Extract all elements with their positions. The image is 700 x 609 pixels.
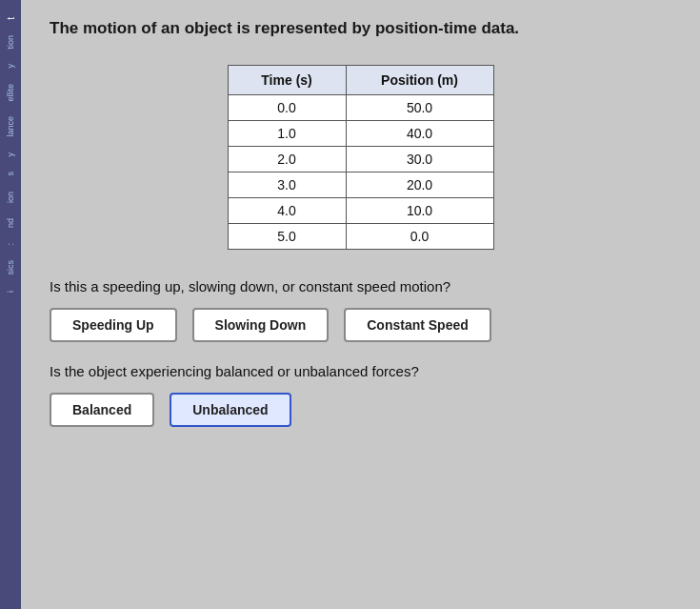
sidebar-item-y2[interactable]: y	[6, 152, 15, 157]
question1-buttons: Speeding Up Slowing Down Constant Speed	[50, 308, 671, 342]
question2-text: Is the object experiencing balanced or u…	[50, 363, 671, 379]
time-cell: 4.0	[228, 198, 346, 224]
data-table-container: Time (s) Position (m) 0.050.01.040.02.03…	[50, 65, 671, 250]
time-cell: 5.0	[228, 224, 346, 250]
sidebar-item-nd[interactable]: nd	[6, 218, 15, 228]
position-time-table: Time (s) Position (m) 0.050.01.040.02.03…	[228, 65, 494, 250]
position-cell: 10.0	[346, 198, 493, 224]
balanced-button[interactable]: Balanced	[50, 393, 154, 427]
sidebar-top-label: t	[6, 17, 16, 20]
table-row: 5.00.0	[228, 224, 493, 250]
sidebar-item-s[interactable]: s	[6, 172, 15, 176]
sidebar-item-colon: :	[6, 243, 15, 246]
unbalanced-button[interactable]: Unbalanced	[170, 393, 290, 427]
table-row: 4.010.0	[228, 198, 493, 224]
sidebar: t tion y ellite lance y s ion nd : sics …	[0, 0, 21, 609]
page-title: The motion of an object is represented b…	[50, 19, 671, 38]
position-cell: 30.0	[346, 147, 493, 173]
sidebar-item-i: i	[6, 291, 15, 293]
sidebar-item-tion[interactable]: tion	[6, 35, 15, 50]
time-cell: 1.0	[228, 121, 346, 147]
question1-section: Is this a speeding up, slowing down, or …	[50, 274, 671, 342]
col-header-position: Position (m)	[346, 66, 493, 95]
time-cell: 3.0	[228, 173, 346, 198]
main-content: The motion of an object is represented b…	[21, 0, 700, 609]
position-cell: 40.0	[346, 121, 493, 147]
sidebar-item-ion[interactable]: ion	[6, 192, 15, 203]
position-cell: 0.0	[346, 224, 493, 250]
table-row: 0.050.0	[228, 95, 493, 121]
sidebar-item-lance[interactable]: lance	[6, 116, 15, 137]
position-cell: 20.0	[346, 173, 493, 198]
table-row: 2.030.0	[228, 147, 493, 173]
speeding-up-button[interactable]: Speeding Up	[50, 308, 177, 342]
question2-buttons: Balanced Unbalanced	[50, 393, 671, 427]
slowing-down-button[interactable]: Slowing Down	[192, 308, 330, 342]
time-cell: 2.0	[228, 147, 346, 173]
question1-text: Is this a speeding up, slowing down, or …	[50, 278, 671, 294]
col-header-time: Time (s)	[228, 66, 346, 95]
sidebar-item-y1[interactable]: y	[6, 64, 15, 69]
time-cell: 0.0	[228, 95, 346, 121]
position-cell: 50.0	[346, 95, 493, 121]
sidebar-item-sics[interactable]: sics	[6, 260, 15, 275]
table-row: 3.020.0	[228, 173, 493, 198]
table-row: 1.040.0	[228, 121, 493, 147]
constant-speed-button[interactable]: Constant Speed	[344, 308, 491, 342]
question2-section: Is the object experiencing balanced or u…	[50, 359, 671, 427]
sidebar-item-ellite[interactable]: ellite	[6, 84, 15, 102]
